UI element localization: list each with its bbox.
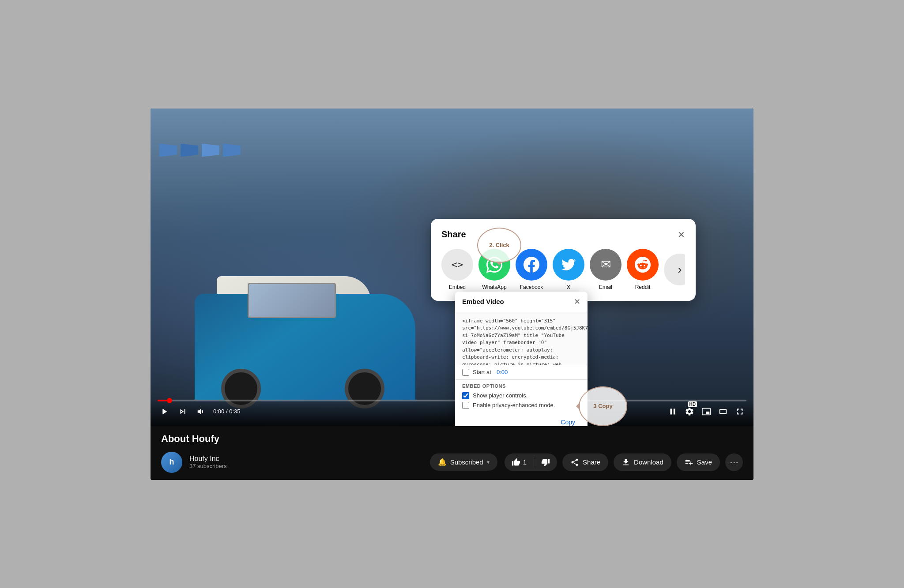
share-label: Share bbox=[583, 458, 600, 466]
start-at-time: 0:00 bbox=[497, 369, 508, 375]
embed-dialog-title: Embed Video bbox=[462, 298, 504, 305]
embed-option-row-2: Enable privacy-enhanced mode. bbox=[462, 402, 580, 409]
next-button[interactable] bbox=[176, 405, 189, 418]
share-facebook-item[interactable]: Facebook bbox=[516, 249, 547, 290]
download-button[interactable]: Download bbox=[614, 453, 671, 471]
start-at-checkbox[interactable] bbox=[462, 369, 469, 376]
embed-label: Embed bbox=[449, 284, 466, 290]
more-options-button[interactable]: ⋯ bbox=[725, 453, 743, 471]
dislike-button[interactable] bbox=[534, 453, 557, 471]
embed-code-block: <iframe width="560" height="315" src="ht… bbox=[455, 312, 588, 365]
share-close-button[interactable]: ✕ bbox=[678, 229, 685, 240]
like-button[interactable]: 1 bbox=[505, 453, 534, 471]
privacy-mode-checkbox[interactable] bbox=[462, 402, 469, 409]
download-label: Download bbox=[634, 458, 663, 466]
controls-row: 0:00 / 0:35 HD bbox=[158, 405, 746, 418]
twitter-icon bbox=[553, 249, 584, 281]
subscribed-label: Subscribed bbox=[450, 458, 483, 466]
settings-button[interactable]: HD bbox=[683, 405, 696, 418]
show-controls-checkbox[interactable] bbox=[462, 392, 469, 399]
share-twitter-item[interactable]: X bbox=[553, 249, 584, 290]
theater-button[interactable] bbox=[716, 405, 730, 418]
privacy-mode-label: Enable privacy-enhanced mode. bbox=[473, 402, 555, 408]
video-title: About Houfy bbox=[161, 433, 743, 445]
share-title: Share bbox=[441, 229, 466, 240]
fullscreen-button[interactable] bbox=[733, 405, 746, 418]
twitter-label: X bbox=[567, 284, 570, 290]
show-controls-label: Show player controls. bbox=[473, 392, 527, 399]
like-count: 1 bbox=[523, 458, 527, 466]
like-dislike-button[interactable]: 1 bbox=[505, 453, 557, 471]
progress-bar[interactable] bbox=[158, 400, 746, 401]
copy-button[interactable]: Copy bbox=[555, 416, 580, 426]
reddit-label: Reddit bbox=[635, 284, 651, 290]
reddit-icon bbox=[627, 249, 659, 281]
volume-button[interactable] bbox=[195, 405, 208, 418]
progress-dot bbox=[167, 398, 172, 403]
share-embed-item[interactable]: <> Embed bbox=[441, 249, 473, 290]
bell-icon: 🔔 bbox=[438, 458, 447, 466]
video-area[interactable]: Share ✕ <> Embed WhatsApp bbox=[151, 109, 753, 426]
embed-start-row: Start at 0:00 bbox=[455, 365, 588, 380]
embed-dialog-header: Embed Video ✕ bbox=[455, 292, 588, 312]
channel-info: Houfy Inc 37 subscribers bbox=[189, 455, 423, 469]
email-label: Email bbox=[599, 284, 612, 290]
hd-badge: HD bbox=[688, 401, 697, 407]
email-icon: ✉ bbox=[590, 249, 622, 281]
save-button[interactable]: Save bbox=[677, 453, 720, 471]
next-icon: › bbox=[664, 254, 685, 285]
embed-close-button[interactable]: ✕ bbox=[574, 297, 580, 307]
play-button[interactable] bbox=[158, 405, 171, 418]
channel-row: h Houfy Inc 37 subscribers 🔔 Subscribed … bbox=[161, 452, 743, 473]
chevron-down-icon: ▾ bbox=[487, 459, 490, 465]
share-dialog: Share ✕ <> Embed WhatsApp bbox=[431, 219, 696, 301]
embed-copy-row: Copy bbox=[455, 412, 588, 426]
time-display: 0:00 / 0:35 bbox=[213, 408, 240, 415]
miniplayer-button[interactable] bbox=[700, 405, 713, 418]
youtube-player: Share ✕ <> Embed WhatsApp bbox=[151, 109, 753, 480]
embed-options-section: EMBED OPTIONS Show player controls. Enab… bbox=[455, 380, 588, 412]
embed-icon: <> bbox=[441, 249, 473, 281]
share-whatsapp-item[interactable]: WhatsApp bbox=[478, 249, 510, 290]
whatsapp-label: WhatsApp bbox=[482, 284, 506, 290]
whatsapp-icon bbox=[478, 249, 510, 281]
pause-button[interactable] bbox=[666, 405, 679, 418]
video-controls: 0:00 / 0:35 HD bbox=[151, 400, 753, 426]
start-at-label: Start at bbox=[473, 369, 491, 375]
save-label: Save bbox=[697, 458, 712, 466]
embed-options-title: EMBED OPTIONS bbox=[462, 383, 580, 389]
embed-dialog: Embed Video ✕ <iframe width="560" height… bbox=[455, 292, 588, 426]
facebook-icon bbox=[516, 249, 547, 281]
bottom-bar: About Houfy h Houfy Inc 37 subscribers 🔔… bbox=[151, 426, 753, 480]
channel-name: Houfy Inc bbox=[189, 455, 423, 463]
channel-avatar: h bbox=[161, 452, 182, 473]
channel-subscribers: 37 subscribers bbox=[189, 463, 423, 469]
share-button[interactable]: Share bbox=[562, 453, 608, 471]
action-buttons: 1 Share Download Save bbox=[505, 453, 743, 471]
share-reddit-item[interactable]: Reddit bbox=[627, 249, 659, 290]
right-controls: HD bbox=[666, 405, 746, 418]
share-icons-row: <> Embed WhatsApp Facebook bbox=[441, 249, 685, 290]
share-email-item[interactable]: ✉ Email bbox=[590, 249, 622, 290]
bunting-flags bbox=[159, 144, 241, 157]
subscribed-button[interactable]: 🔔 Subscribed ▾ bbox=[430, 453, 497, 471]
embed-option-row-1: Show player controls. bbox=[462, 392, 580, 399]
van-silhouette bbox=[195, 232, 437, 400]
share-next-item[interactable]: › bbox=[664, 254, 685, 285]
facebook-label: Facebook bbox=[520, 284, 543, 290]
